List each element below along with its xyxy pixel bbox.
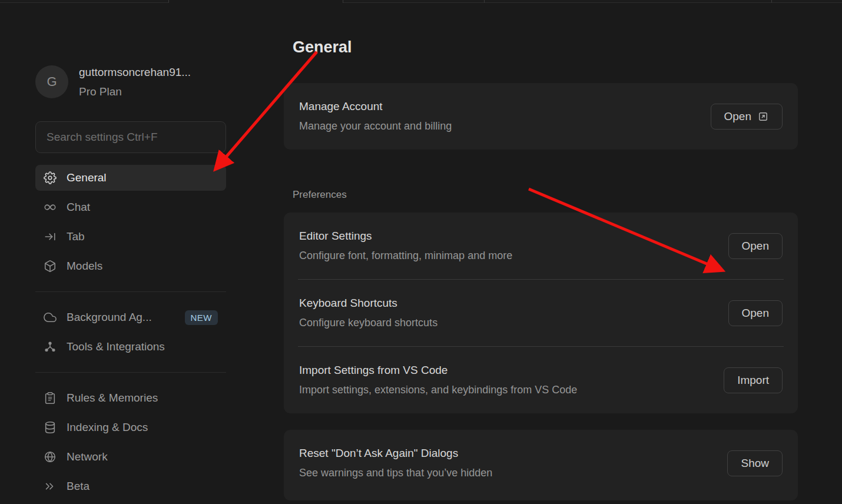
- sidebar-item-models[interactable]: Models: [35, 253, 226, 279]
- sidebar-item-label: Beta: [67, 480, 218, 493]
- infinity-icon: [44, 201, 57, 214]
- reset-dialogs-card: Reset "Don’t Ask Again" Dialogs See warn…: [284, 430, 798, 500]
- sidebar-item-network[interactable]: Network: [35, 444, 226, 470]
- sidebar-item-label: Models: [67, 260, 218, 273]
- sidebar-item-label: Background Ag...: [67, 311, 175, 324]
- sidebar-item-tab[interactable]: Tab: [35, 224, 226, 250]
- sidebar-item-label: Tools & Integrations: [67, 340, 218, 353]
- double-chevron-right-icon: [44, 480, 57, 493]
- sidebar-item-label: Rules & Memories: [67, 392, 218, 404]
- clipboard-icon: [44, 392, 57, 404]
- settings-nav: General Chat Tab Models: [35, 165, 226, 499]
- import-vscode-title: Import Settings from VS Code: [299, 362, 577, 378]
- preferences-card: Editor Settings Configure font, formatti…: [284, 213, 798, 413]
- sidebar-item-label: Tab: [67, 230, 218, 243]
- manage-account-title: Manage Account: [299, 98, 452, 114]
- tab-arrow-icon: [44, 230, 57, 243]
- sidebar-item-chat[interactable]: Chat: [35, 194, 226, 220]
- editor-settings-row: Editor Settings Configure font, formatti…: [284, 213, 798, 279]
- sidebar-item-indexing-docs[interactable]: Indexing & Docs: [35, 415, 226, 440]
- new-badge: NEW: [185, 310, 218, 325]
- settings-main-pane: General Manage Account Manage your accou…: [284, 3, 798, 504]
- manage-account-subtitle: Manage your account and billing: [299, 118, 452, 134]
- keyboard-shortcuts-open-button[interactable]: Open: [728, 300, 783, 326]
- account-info: G guttormsoncrehan91... Pro Plan: [35, 62, 226, 101]
- import-vscode-import-button[interactable]: Import: [724, 367, 783, 393]
- sidebar-item-background-agents[interactable]: Background Ag... NEW: [35, 304, 226, 330]
- settings-sidebar: G guttormsoncrehan91... Pro Plan General: [0, 3, 226, 504]
- page-title: General: [293, 38, 798, 57]
- keyboard-shortcuts-subtitle: Configure keyboard shortcuts: [299, 315, 437, 331]
- preferences-section-label: Preferences: [293, 189, 798, 201]
- sidebar-item-label: Chat: [67, 201, 218, 214]
- sidebar-item-tools-integrations[interactable]: Tools & Integrations: [35, 334, 226, 360]
- nodes-icon: [44, 340, 57, 353]
- external-link-icon: [757, 111, 769, 122]
- avatar: G: [35, 65, 68, 98]
- manage-account-open-button[interactable]: Open: [711, 104, 783, 130]
- cloud-icon: [44, 311, 57, 324]
- reset-dialogs-subtitle: See warnings and tips that you’ve hidden: [299, 465, 492, 481]
- editor-settings-subtitle: Configure font, formatting, minimap and …: [299, 248, 512, 264]
- manage-account-card: Manage Account Manage your account and b…: [284, 83, 798, 150]
- sidebar-item-label: Indexing & Docs: [67, 421, 218, 434]
- reset-dialogs-title: Reset "Don’t Ask Again" Dialogs: [299, 445, 492, 461]
- editor-settings-title: Editor Settings: [299, 228, 512, 244]
- sidebar-divider: [35, 372, 226, 373]
- search-settings-input[interactable]: [35, 121, 226, 153]
- sidebar-divider: [35, 291, 226, 292]
- editor-settings-open-button[interactable]: Open: [728, 233, 783, 259]
- import-vscode-subtitle: Import settings, extensions, and keybind…: [299, 382, 577, 398]
- database-icon: [44, 421, 57, 434]
- sidebar-item-label: General: [67, 171, 218, 184]
- avatar-initial: G: [47, 74, 57, 89]
- gear-icon: [44, 171, 57, 184]
- keyboard-shortcuts-title: Keyboard Shortcuts: [299, 295, 437, 311]
- reset-dialogs-show-button[interactable]: Show: [727, 450, 783, 476]
- account-plan: Pro Plan: [79, 82, 191, 101]
- cube-icon: [44, 260, 57, 273]
- sidebar-item-rules-memories[interactable]: Rules & Memories: [35, 385, 226, 411]
- sidebar-item-beta[interactable]: Beta: [35, 473, 226, 499]
- sidebar-item-label: Network: [67, 450, 218, 463]
- account-username: guttormsoncrehan91...: [79, 62, 191, 82]
- keyboard-shortcuts-row: Keyboard Shortcuts Configure keyboard sh…: [284, 280, 798, 346]
- sidebar-item-general[interactable]: General: [35, 165, 226, 191]
- globe-icon: [44, 450, 57, 463]
- import-vscode-row: Import Settings from VS Code Import sett…: [284, 347, 798, 413]
